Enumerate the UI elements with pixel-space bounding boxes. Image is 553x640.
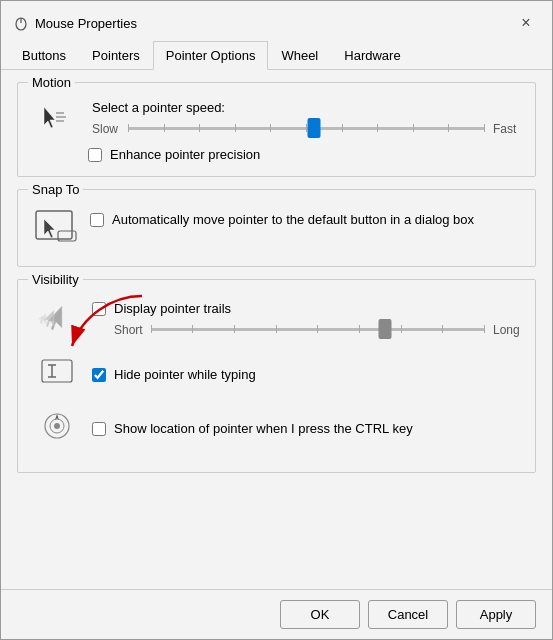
snap-to-section-title: Snap To bbox=[28, 182, 83, 197]
visibility-section-body: Display pointer trails Short bbox=[32, 296, 521, 448]
snap-to-body: Automatically move pointer to the defaul… bbox=[32, 206, 521, 252]
cancel-button[interactable]: Cancel bbox=[368, 600, 448, 629]
tab-wheel[interactable]: Wheel bbox=[268, 41, 331, 70]
hide-typing-label: Hide pointer while typing bbox=[114, 367, 256, 382]
tab-buttons[interactable]: Buttons bbox=[9, 41, 79, 70]
trails-slider[interactable] bbox=[151, 320, 485, 340]
snap-cursor-icon bbox=[34, 209, 78, 251]
trails-label: Display pointer trails bbox=[114, 301, 231, 316]
tab-pointers[interactable]: Pointers bbox=[79, 41, 153, 70]
dialog-title: Mouse Properties bbox=[35, 16, 137, 31]
show-location-checkbox[interactable] bbox=[92, 422, 106, 436]
snap-to-label: Automatically move pointer to the defaul… bbox=[112, 212, 474, 227]
trails-slider-row: Short bbox=[114, 320, 521, 340]
title-bar: Mouse Properties × bbox=[1, 1, 552, 41]
short-label: Short bbox=[114, 323, 143, 337]
motion-section: Motion Selec bbox=[17, 82, 536, 177]
show-location-icon-area bbox=[32, 404, 82, 448]
motion-row: Select a pointer speed: Slow bbox=[32, 99, 521, 139]
close-button[interactable]: × bbox=[512, 9, 540, 37]
hide-typing-cursor-icon bbox=[34, 352, 80, 392]
svg-marker-12 bbox=[38, 314, 46, 324]
hide-typing-checkbox[interactable] bbox=[92, 368, 106, 382]
snap-to-checkbox-row: Automatically move pointer to the defaul… bbox=[90, 212, 474, 227]
speed-slider[interactable] bbox=[128, 119, 485, 139]
enhance-precision-checkbox[interactable] bbox=[88, 148, 102, 162]
svg-marker-8 bbox=[44, 219, 55, 238]
hide-typing-item: Hide pointer while typing bbox=[32, 350, 521, 394]
title-bar-left: Mouse Properties bbox=[13, 15, 137, 31]
speed-slider-row: Slow bbox=[92, 119, 521, 139]
content-area: Motion Selec bbox=[1, 70, 552, 589]
trails-icon-area bbox=[32, 296, 82, 340]
speed-row: Select a pointer speed: Slow bbox=[92, 100, 521, 139]
trails-content: Display pointer trails Short bbox=[92, 297, 521, 340]
snap-icon-area bbox=[32, 208, 80, 252]
trails-checkbox[interactable] bbox=[92, 302, 106, 316]
show-location-label: Show location of pointer when I press th… bbox=[114, 421, 413, 436]
svg-rect-6 bbox=[36, 211, 72, 239]
trails-slider-thumb[interactable] bbox=[378, 319, 391, 339]
show-location-cursor-icon bbox=[34, 406, 80, 446]
motion-cursor-icon bbox=[38, 103, 76, 135]
enhance-precision-row: Enhance pointer precision bbox=[88, 147, 521, 162]
tab-pointer-options[interactable]: Pointer Options bbox=[153, 41, 269, 70]
mouse-icon bbox=[13, 15, 29, 31]
show-location-checkbox-row: Show location of pointer when I press th… bbox=[92, 421, 413, 436]
hide-typing-checkbox-row: Hide pointer while typing bbox=[92, 367, 256, 382]
dialog-window: Mouse Properties × Buttons Pointers Poin… bbox=[0, 0, 553, 640]
tab-bar: Buttons Pointers Pointer Options Wheel H… bbox=[1, 41, 552, 70]
motion-section-body: Select a pointer speed: Slow bbox=[32, 99, 521, 162]
ok-button[interactable]: OK bbox=[280, 600, 360, 629]
long-label: Long bbox=[493, 323, 521, 337]
trails-checkbox-row: Display pointer trails bbox=[92, 301, 521, 316]
snap-to-content: Automatically move pointer to the defaul… bbox=[32, 206, 521, 252]
visibility-section-title: Visibility bbox=[28, 272, 83, 287]
svg-rect-13 bbox=[42, 360, 72, 382]
motion-icon-area bbox=[32, 99, 82, 139]
enhance-precision-label: Enhance pointer precision bbox=[110, 147, 260, 162]
speed-label: Select a pointer speed: bbox=[92, 100, 521, 115]
svg-marker-2 bbox=[44, 107, 55, 128]
tab-hardware[interactable]: Hardware bbox=[331, 41, 413, 70]
hide-typing-icon-area bbox=[32, 350, 82, 394]
trails-item: Display pointer trails Short bbox=[32, 296, 521, 340]
fast-label: Fast bbox=[493, 122, 521, 136]
trails-cursor-icon bbox=[34, 298, 80, 338]
visibility-section: Visibility bbox=[17, 279, 536, 473]
slow-label: Slow bbox=[92, 122, 120, 136]
apply-button[interactable]: Apply bbox=[456, 600, 536, 629]
snap-to-checkbox[interactable] bbox=[90, 213, 104, 227]
snap-to-section: Snap To Automatically move pointer to th… bbox=[17, 189, 536, 267]
motion-section-title: Motion bbox=[28, 75, 75, 90]
show-location-item: Show location of pointer when I press th… bbox=[32, 404, 521, 448]
footer: OK Cancel Apply bbox=[1, 589, 552, 639]
speed-slider-thumb[interactable] bbox=[307, 118, 320, 138]
svg-point-19 bbox=[54, 423, 60, 429]
